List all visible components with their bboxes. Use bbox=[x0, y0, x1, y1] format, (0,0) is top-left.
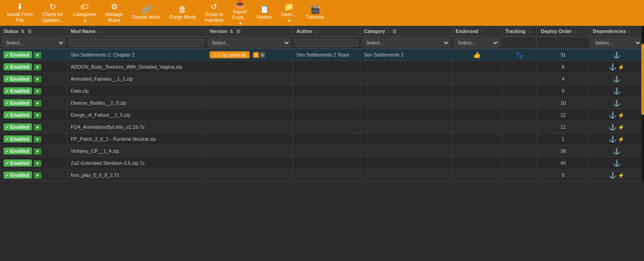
cell-dependencies: ⚓ ⚡ bbox=[589, 169, 644, 181]
dep-icon: ⚓ bbox=[609, 171, 616, 179]
reset-manifest-button[interactable]: ↺ Reset to manifest bbox=[201, 1, 227, 25]
filter-icon-version[interactable]: ☰ bbox=[236, 29, 240, 34]
table-row[interactable]: ✓ Enabled ▼ Diverse_Bodies__2_0.zip10⚓ bbox=[0, 97, 644, 109]
status-dropdown-arrow[interactable]: ▼ bbox=[34, 160, 41, 167]
modname-label: Vinfamy_CP__1_4.zip bbox=[71, 148, 119, 154]
status-dropdown-arrow[interactable]: ▼ bbox=[34, 52, 41, 58]
table-row[interactable]: ✓ Enabled ▼ Animated_Fannies__1_1.zip4⚓ bbox=[0, 73, 644, 85]
cell-status: ✓ Enabled ▼ bbox=[0, 85, 67, 97]
cell-tracking bbox=[502, 97, 537, 109]
dep-flash-icon: ⚡ bbox=[618, 136, 624, 143]
history-icon: 📋 bbox=[259, 5, 269, 13]
tutorials-button[interactable]: 🎬 Tutorials bbox=[302, 4, 328, 22]
deploy-order-value: 10 bbox=[560, 100, 566, 106]
status-label: Enabled bbox=[10, 76, 29, 82]
cell-dependencies: ⚓ bbox=[589, 49, 644, 61]
cell-version bbox=[206, 121, 293, 133]
check-icon: ✓ bbox=[5, 113, 9, 118]
col-header-author[interactable]: Author ↕ bbox=[293, 26, 360, 37]
col-header-status[interactable]: Status ⇅ ☰ bbox=[0, 26, 67, 37]
reset-icon: ↺ bbox=[211, 3, 217, 11]
cell-modname: Vinfamy_CP__1_4.zip bbox=[67, 145, 206, 157]
cell-modname: ADDON_Body_Textures_With_Detailed_Vagina… bbox=[67, 61, 206, 73]
status-dropdown-arrow[interactable]: ▼ bbox=[34, 64, 41, 70]
col-header-modname[interactable]: Mod Name ↕ bbox=[67, 26, 206, 37]
version-badge: 2.0.0g (default) bbox=[210, 51, 250, 58]
status-dropdown-arrow[interactable]: ▼ bbox=[34, 76, 41, 82]
list-icon[interactable]: ≡ bbox=[260, 52, 265, 58]
sort-icon-modname: ↕ bbox=[98, 29, 100, 34]
status-dropdown-arrow[interactable]: ▼ bbox=[34, 148, 41, 155]
deploy-order-value: 0 bbox=[562, 172, 564, 178]
filter-icon-category[interactable]: ☰ bbox=[393, 29, 397, 34]
table-row[interactable]: ✓ Enabled ▼ Vinfamy_CP__1_4.zip38⚓ bbox=[0, 145, 644, 157]
thumbs-up-icon: 👍 bbox=[473, 51, 481, 58]
manage-rules-icon: ⚙ bbox=[111, 3, 118, 11]
cell-category bbox=[360, 157, 452, 169]
status-dropdown-arrow[interactable]: ▼ bbox=[34, 172, 41, 179]
col-header-endorsed[interactable]: Endorsed ↕ bbox=[452, 26, 501, 37]
check-updates-button[interactable]: ↻ Check for Updates... bbox=[38, 1, 67, 25]
cell-endorsed bbox=[452, 109, 501, 121]
right-scrollbar-track[interactable] bbox=[641, 26, 644, 181]
filter-select-dependencies[interactable]: Select... bbox=[591, 38, 642, 47]
purge-icon: 🗑 bbox=[178, 5, 186, 13]
filter-icon-status[interactable]: ☰ bbox=[28, 29, 32, 34]
install-from-file-button[interactable]: ⬇ Install From File bbox=[4, 1, 36, 25]
manage-rules-button[interactable]: ⚙ Manage Rules bbox=[102, 1, 127, 25]
status-dropdown-arrow[interactable]: ▼ bbox=[34, 136, 41, 143]
cell-endorsed bbox=[452, 157, 501, 169]
table-row[interactable]: ✓ Enabled ▼ four_play_0_0_8_2.7z0 ⚓ ⚡ bbox=[0, 169, 644, 181]
import-from-button[interactable]: 📥 Import From... ▼ bbox=[229, 0, 251, 28]
col-header-version[interactable]: Version ⇅ ☰ bbox=[206, 26, 293, 37]
col-header-tracking[interactable]: Tracking ↕ bbox=[502, 26, 537, 37]
status-dropdown-arrow[interactable]: ▼ bbox=[34, 124, 41, 130]
cell-tracking bbox=[502, 133, 537, 145]
categories-button[interactable]: 🏷 Categories ▼ bbox=[69, 1, 100, 24]
status-badge: ✓ Enabled bbox=[4, 87, 32, 94]
cell-status: ✓ Enabled ▼ bbox=[0, 49, 67, 61]
status-dropdown-arrow[interactable]: ▼ bbox=[34, 88, 41, 94]
status-dropdown-arrow[interactable]: ▼ bbox=[34, 112, 41, 118]
filter-cell-dependencies: Select... bbox=[589, 37, 644, 49]
history-button[interactable]: 📋 History bbox=[253, 4, 275, 22]
table-row[interactable]: ✓ Enabled ▼ FO4_AnimationsByLeito_v2.1b.… bbox=[0, 121, 644, 133]
open-button[interactable]: 📁 Open... ▼ bbox=[277, 1, 300, 24]
cell-category bbox=[360, 121, 452, 133]
filter-select-version[interactable]: Select... bbox=[208, 38, 291, 47]
dep-icon: ⚓ bbox=[613, 51, 620, 58]
refresh-icon: ↻ bbox=[49, 3, 56, 11]
table-row[interactable]: ✓ Enabled ▼ FP_Patch_2_6_1 - Runtime Neu… bbox=[0, 133, 644, 145]
filter-input-modname[interactable] bbox=[69, 39, 204, 47]
sort-icon-author: ↕ bbox=[315, 29, 317, 34]
purge-mods-button[interactable]: 🗑 Purge Mods bbox=[166, 4, 199, 22]
table-row[interactable]: ✓ Enabled ▼ Sim Settlements 2: Chapter 2… bbox=[0, 49, 644, 61]
table-row[interactable]: ✓ Enabled ▼ ZaZ-Extended Skeleton-3.5.zi… bbox=[0, 157, 644, 169]
col-header-category[interactable]: Category ↕ ☰ bbox=[360, 26, 452, 37]
cell-version bbox=[206, 157, 293, 169]
deploy-mods-button[interactable]: 🔗 Deploy Mods bbox=[129, 4, 164, 22]
upload-icon[interactable]: ⬆ bbox=[253, 52, 259, 58]
right-scrollbar-thumb[interactable] bbox=[641, 44, 644, 115]
col-header-deployorder[interactable]: Deploy Order ↕ bbox=[537, 26, 589, 37]
filter-select-status[interactable]: Select... bbox=[2, 38, 65, 47]
filter-cell-version: Select... bbox=[206, 37, 293, 49]
status-dropdown-arrow[interactable]: ▼ bbox=[34, 100, 41, 106]
table-row[interactable]: ✓ Enabled ▼ ADDON_Body_Textures_With_Det… bbox=[0, 61, 644, 73]
status-label: Enabled bbox=[10, 136, 29, 142]
filter-input-author[interactable] bbox=[295, 39, 358, 47]
status-badge: ✓ Enabled bbox=[4, 171, 32, 179]
cell-author bbox=[293, 145, 360, 157]
cell-category bbox=[360, 97, 452, 109]
cell-dependencies: ⚓ ⚡ bbox=[589, 133, 644, 145]
filter-cell-modname bbox=[67, 37, 206, 49]
status-label: Enabled bbox=[10, 172, 29, 178]
install-icon: ⬇ bbox=[16, 3, 23, 11]
dep-flash-icon: ⚡ bbox=[618, 64, 624, 70]
filter-select-endorsed[interactable]: Select... bbox=[454, 38, 499, 47]
cell-tracking bbox=[502, 121, 537, 133]
table-row[interactable]: ✓ Enabled ▼ Data.zip9⚓ bbox=[0, 85, 644, 97]
col-header-dependencies[interactable]: Dependencies ↕ bbox=[589, 26, 644, 37]
table-row[interactable]: ✓ Enabled ▼ Dongs_of_Fallout__1_5.zip12 … bbox=[0, 109, 644, 121]
filter-select-category[interactable]: Select... bbox=[362, 38, 450, 47]
